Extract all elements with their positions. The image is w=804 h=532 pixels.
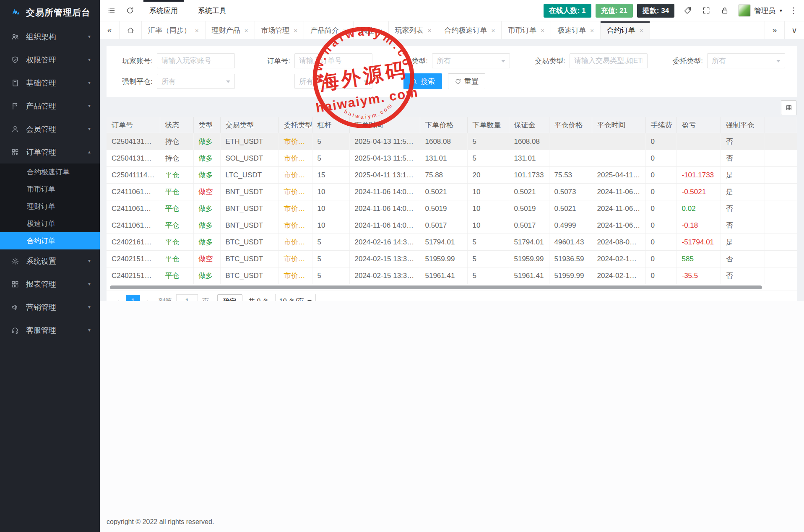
table-cell: 是 xyxy=(721,167,765,184)
column-header: 杠杆 xyxy=(312,117,349,133)
sidebar-item-org[interactable]: 组织架构▼ xyxy=(0,25,100,48)
orders-table-zone: 订单号状态类型交易类型委托类型杠杆下单时间下单价格下单数量保证金平仓价格平仓时间… xyxy=(107,97,797,312)
filter-row-2-groups: 强制平仓:所有所有 xyxy=(114,74,389,89)
entrust-type-select[interactable]: 所有 xyxy=(707,53,785,68)
table-cell: 15 xyxy=(312,167,349,184)
sidebar-item-order[interactable]: 订单管理▲ xyxy=(0,140,100,163)
scrollbar-thumb[interactable] xyxy=(110,285,762,289)
table-row: C241106150...平仓做多BNT_USDT市价委托102024-11-0… xyxy=(107,200,797,217)
column-header: 保证金 xyxy=(509,117,549,133)
sidebar-item-product[interactable]: 产品管理▼ xyxy=(0,94,100,117)
table-cell: SOL_USDT xyxy=(220,150,278,167)
type-select[interactable]: 所有 xyxy=(432,53,510,68)
sidebar-item-service[interactable]: 客服管理▼ xyxy=(0,319,100,342)
table-cell: C241106150... xyxy=(107,200,160,217)
tab-极速订单[interactable]: 极速订单× xyxy=(551,21,601,39)
sidebar-item-member[interactable]: 会员管理▼ xyxy=(0,117,100,140)
reset-button[interactable]: 重置 xyxy=(448,73,485,89)
table-cell: C241106150... xyxy=(107,184,160,200)
fullscreen-icon[interactable] xyxy=(697,0,716,21)
sidebar-subitem[interactable]: 理财订单 xyxy=(0,198,100,215)
tabs-scroll-left[interactable]: « xyxy=(100,21,120,39)
user-menu[interactable]: 管理员 ▼ xyxy=(734,4,787,17)
secondary-select[interactable]: 所有 xyxy=(294,74,372,89)
caret-down-icon: ▼ xyxy=(87,328,91,332)
caret-down-icon xyxy=(501,60,505,62)
sidebar-item-permission[interactable]: 权限管理▼ xyxy=(0,48,100,71)
lock-icon[interactable] xyxy=(716,0,734,21)
sidebar-subitem[interactable]: 币币订单 xyxy=(0,181,100,198)
table-cell: 做多 xyxy=(193,150,220,167)
table-cell: 否 xyxy=(721,200,765,217)
home-tab[interactable] xyxy=(120,21,142,39)
tab-close-icon[interactable]: × xyxy=(492,27,495,34)
badge-recharge-count[interactable]: 充值: 21 xyxy=(596,4,633,18)
tab-close-icon[interactable]: × xyxy=(245,27,248,34)
table-cell: 平仓 xyxy=(160,251,193,267)
tab-风控[interactable]: 风控× xyxy=(354,21,389,39)
filter-label: 玩家账号: xyxy=(114,56,153,66)
table-cell: 0 xyxy=(645,200,677,217)
search-button[interactable]: 搜索 xyxy=(403,73,442,89)
tabs-more[interactable]: ∨ xyxy=(784,21,804,39)
refresh-icon[interactable] xyxy=(121,0,139,21)
tab-汇率（同步）[interactable]: 汇率（同步）× xyxy=(142,21,206,39)
badge-online-count[interactable]: 在线人数: 1 xyxy=(544,4,591,18)
work-zone: 玩家账号:订单号:类型:所有交易类型:委托类型:所有 强制平仓:所有所有 搜索 … xyxy=(100,39,804,301)
order-no-input[interactable] xyxy=(294,53,372,68)
filter-label: 强制平仓: xyxy=(114,77,153,86)
player-account-input[interactable] xyxy=(157,53,235,68)
topbar-menu[interactable]: 系统应用 xyxy=(139,0,188,21)
app-logo: 交易所管理后台 xyxy=(0,0,100,25)
column-header: 委托类型 xyxy=(278,117,312,133)
sidebar-item-base[interactable]: 基础管理▼ xyxy=(0,71,100,94)
sidebar-subitem[interactable]: 合约订单 xyxy=(0,232,100,249)
tab-产品简介[interactable]: 产品简介× xyxy=(304,21,354,39)
table-cell xyxy=(549,150,592,167)
tab-市场管理[interactable]: 市场管理× xyxy=(255,21,304,39)
table-cell: 否 xyxy=(721,217,765,234)
tab-close-icon[interactable]: × xyxy=(294,27,298,34)
column-header xyxy=(765,117,797,133)
sidebar-item-label: 组织架构 xyxy=(26,32,56,42)
collapse-menu-icon[interactable] xyxy=(102,0,121,21)
tab-close-icon[interactable]: × xyxy=(428,27,432,34)
sidebar-item-report[interactable]: 报表管理▼ xyxy=(0,272,100,296)
tab-close-icon[interactable]: × xyxy=(640,27,643,34)
tab-close-icon[interactable]: × xyxy=(590,27,594,34)
table-cell: 市价委托 xyxy=(278,267,312,284)
table-cell: 0.5073 xyxy=(549,184,592,200)
table-cell: 20 xyxy=(467,167,509,184)
avatar xyxy=(738,4,751,17)
tab-close-icon[interactable]: × xyxy=(195,27,199,34)
table-cell xyxy=(592,133,645,150)
topbar-menu[interactable]: 系统工具 xyxy=(188,0,237,21)
tab-close-icon[interactable]: × xyxy=(343,27,347,34)
table-cell: 585 xyxy=(677,251,721,267)
tab-合约订单[interactable]: 合约订单× xyxy=(601,21,650,39)
table-cell: 持仓 xyxy=(160,150,193,167)
table-cell: 0.5019 xyxy=(420,200,467,217)
badge-withdraw-count[interactable]: 提款: 34 xyxy=(637,4,674,18)
table-cell: 2025-04-13 11:51:38.... xyxy=(349,150,420,167)
table-cell: C241106150... xyxy=(107,217,160,234)
tab-close-icon[interactable]: × xyxy=(378,27,382,34)
tab-close-icon[interactable]: × xyxy=(541,27,544,34)
trade-type-input[interactable] xyxy=(570,53,648,68)
tab-玩家列表[interactable]: 玩家列表× xyxy=(389,21,438,39)
tab-币币订单[interactable]: 币币订单× xyxy=(502,21,551,39)
sidebar-item-marketing[interactable]: 营销管理▼ xyxy=(0,296,100,319)
table-cell: 市价委托 xyxy=(278,133,312,150)
tab-合约极速订单[interactable]: 合约极速订单× xyxy=(438,21,502,39)
tag-icon[interactable] xyxy=(679,0,697,21)
sidebar-subitem[interactable]: 极速订单 xyxy=(0,215,100,232)
sidebar-item-system[interactable]: 系统设置▼ xyxy=(0,249,100,272)
columns-toggle-button[interactable] xyxy=(781,100,796,115)
force-close-select[interactable]: 所有 xyxy=(157,74,235,89)
sidebar-subitem[interactable]: 合约极速订单 xyxy=(0,163,100,181)
column-header: 下单时间 xyxy=(349,117,420,133)
tabs-scroll-right[interactable]: » xyxy=(765,21,784,39)
column-header: 下单数量 xyxy=(467,117,509,133)
tab-理财产品[interactable]: 理财产品× xyxy=(206,21,255,39)
more-vertical-icon[interactable]: ⋮ xyxy=(787,5,800,16)
